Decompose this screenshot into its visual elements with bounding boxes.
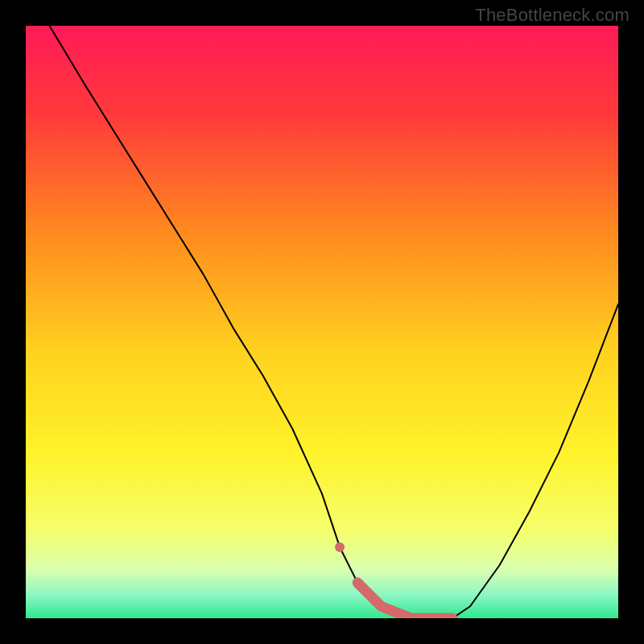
chart-plot-area <box>26 26 618 618</box>
series-point-highlight-dot <box>335 543 345 552</box>
chart-background <box>26 26 618 618</box>
chart-svg <box>26 26 618 618</box>
watermark-text: TheBottleneck.com <box>475 5 630 26</box>
